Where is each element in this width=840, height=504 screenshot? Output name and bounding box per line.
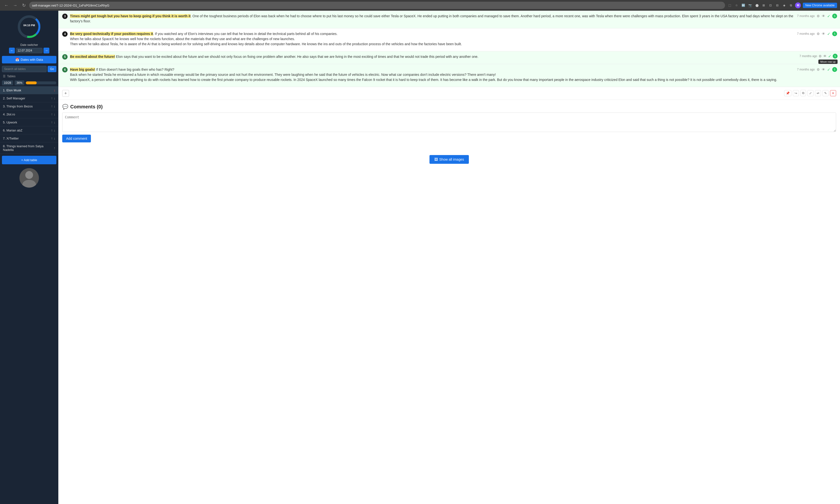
resize-button[interactable]: ⤢	[807, 90, 814, 96]
search-go-button[interactable]: Go	[48, 66, 56, 72]
ext3-icon[interactable]: ⊟	[775, 3, 780, 8]
table-item[interactable]: 4. 2lol.ro ↑ ↓	[0, 110, 58, 118]
settings-icon[interactable]: ⚙	[817, 14, 820, 18]
search-input[interactable]	[2, 66, 47, 72]
tables-menu-icon: ☰	[3, 75, 5, 78]
arrow-up-icon[interactable]: ↑	[51, 120, 53, 124]
camera-icon[interactable]: 📷	[747, 3, 753, 8]
eye-icon[interactable]: 👁	[822, 32, 825, 36]
row-number: 4	[62, 31, 68, 37]
arrow-up-icon[interactable]: ↑	[51, 104, 53, 108]
ext4-icon[interactable]: ◈	[782, 3, 787, 8]
add-table-button[interactable]: + Add table	[2, 156, 56, 164]
settings-icon[interactable]: ⚙	[817, 68, 820, 71]
arrow-up-icon[interactable]: ↑	[51, 112, 53, 116]
date-switcher-label: Date switcher	[0, 43, 58, 47]
highlighted-text: Times might get tough but you have to ke…	[70, 14, 191, 18]
check-icon[interactable]: ✓	[828, 54, 831, 58]
arrow-down-icon[interactable]: ↓	[54, 136, 55, 140]
tables-label: Tables	[7, 75, 16, 78]
url-bar[interactable]	[29, 2, 725, 9]
reload-button[interactable]: ↻	[20, 2, 27, 9]
arrow-down-icon[interactable]: ↓	[54, 96, 55, 100]
image-icon: 🖼	[434, 158, 438, 161]
browser-icons: ⬚ ☆ 🔤 📷 ⬤ ⊞ ⊡ ⊟ ◈ ⧉ M	[727, 2, 801, 8]
translate-icon[interactable]: 🔤	[740, 3, 746, 8]
date-input[interactable]	[16, 48, 42, 53]
eye-icon[interactable]: 👁	[822, 14, 825, 18]
add-row-button[interactable]: +	[62, 90, 69, 97]
settings-icon[interactable]: ⚙	[817, 32, 820, 36]
table-item[interactable]: 5. Upwork ↑ ↓	[0, 118, 58, 126]
table-item-name: 4. 2lol.ro	[3, 112, 51, 116]
settings-icon[interactable]: ⚙	[819, 54, 822, 58]
empty-row: + 📌 ↪ ⧉ ⤢ ⇌ ✎ ✕	[58, 87, 840, 100]
comments-header: 💬 Comments (0)	[62, 104, 836, 110]
svg-text:04:10 PM: 04:10 PM	[23, 24, 35, 27]
table-item-arrows: ↑ ↓	[51, 112, 55, 116]
row-meta: 7 months ago ⚙ 👁 ✓ 5	[797, 31, 837, 36]
row-header: 5 Be excited about the future! Elon says…	[62, 54, 787, 59]
arrow-up-icon[interactable]: ↑	[51, 128, 53, 132]
color-icon[interactable]: ⬤	[754, 3, 759, 8]
date-next-button[interactable]: →	[43, 48, 49, 53]
table-item-arrows: ↑ ↓	[51, 136, 55, 140]
date-switcher-row: ← →	[0, 47, 58, 54]
table-item-arrows: ↑ ↓	[51, 96, 55, 100]
eye-icon[interactable]: 👁	[822, 68, 825, 71]
eye-icon[interactable]: 👁	[823, 54, 827, 58]
table-item[interactable]: 3. Things from Bezos ↑ ↓	[0, 102, 58, 110]
arrow-up-icon[interactable]: ↑	[54, 146, 55, 150]
show-images-label: Show all images	[439, 158, 464, 161]
table-item-name: 2. Self Manager	[3, 96, 51, 100]
add-comment-button[interactable]: Add comment	[62, 134, 91, 142]
table-item[interactable]: 7. X/Twitter ↑ ↓	[0, 134, 58, 142]
check-icon[interactable]: ✓	[827, 67, 830, 72]
arrow-down-icon[interactable]: ↓	[54, 120, 55, 124]
arrow-down-icon[interactable]: ↓	[54, 88, 55, 92]
highlighted-text: Be excited about the future!	[70, 55, 115, 58]
table-item-arrows: ↑ ↓	[51, 120, 55, 124]
table-item-name: 5. Upwork	[3, 121, 51, 124]
arrow-up-icon[interactable]: ↑	[51, 96, 53, 100]
pin-button[interactable]: 📌	[784, 90, 791, 96]
copy-button[interactable]: ⧉	[800, 90, 806, 96]
back-button[interactable]: ←	[3, 2, 10, 9]
comment-input[interactable]	[62, 112, 836, 132]
forward-button[interactable]: →	[12, 2, 18, 9]
share-button[interactable]: ↪	[793, 90, 799, 96]
table-item[interactable]: 6. Marian abZ ↑ ↓	[0, 126, 58, 134]
table-item[interactable]: 1. Elon Musk ↓	[0, 86, 58, 94]
chrome-notification[interactable]: New Chrome available	[803, 3, 837, 8]
svg-point-4	[21, 19, 37, 35]
show-all-images-button[interactable]: 🖼 Show all images	[429, 155, 469, 164]
row-number: 6	[62, 67, 68, 72]
user-avatar[interactable]: M	[795, 2, 801, 8]
move-row-up-tooltip: Move row up	[818, 59, 838, 64]
badge: 5	[832, 14, 837, 18]
comments-title: Comments (0)	[70, 104, 103, 110]
arrow-down-icon[interactable]: ↓	[54, 112, 55, 116]
check-icon[interactable]: ✓	[827, 14, 830, 18]
star-icon[interactable]: ☆	[734, 3, 739, 8]
ext2-icon[interactable]: ⊡	[768, 3, 773, 8]
arrow-up-icon[interactable]: ↑	[51, 136, 53, 140]
transfer-button[interactable]: ⇌	[815, 90, 821, 96]
arrow-down-icon[interactable]: ↓	[54, 104, 55, 108]
check-icon[interactable]: ✓	[827, 32, 830, 36]
arrow-down-icon[interactable]: ↓	[54, 128, 55, 132]
progress-bar-fill	[26, 82, 37, 84]
open-tab-icon[interactable]: ⬚	[727, 3, 732, 8]
row-text: Be very good technically if your positio…	[70, 31, 462, 47]
tables-count-badge: 10/28	[2, 80, 13, 85]
extensions-icon[interactable]: ⧉	[788, 3, 793, 8]
table-item[interactable]: 8. Things learned from Satya Nadella ↑	[0, 142, 58, 154]
ext1-icon[interactable]: ⊞	[761, 3, 766, 8]
table-item[interactable]: 2. Self Manager ↑ ↓	[0, 94, 58, 102]
date-prev-button[interactable]: ←	[9, 48, 15, 53]
table-item-name: 8. Things learned from Satya Nadella	[3, 144, 54, 151]
dates-with-data-button[interactable]: 📅 Dates with Data	[2, 56, 56, 64]
comments-bubble-icon: 💬	[62, 104, 68, 110]
delete-button[interactable]: ✕	[830, 90, 836, 96]
edit-button[interactable]: ✎	[822, 90, 828, 96]
